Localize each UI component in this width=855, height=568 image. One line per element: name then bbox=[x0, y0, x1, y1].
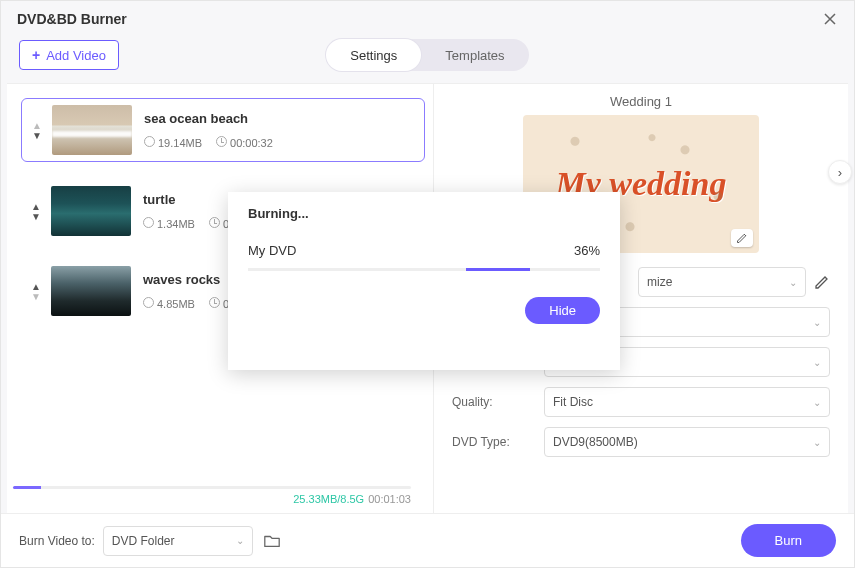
edit-template-button[interactable] bbox=[731, 229, 753, 247]
tab-templates[interactable]: Templates bbox=[421, 39, 528, 71]
chevron-down-icon: ⌄ bbox=[813, 437, 821, 448]
move-up-icon[interactable]: ▲ bbox=[27, 201, 45, 211]
video-size: 19.14MB bbox=[158, 137, 202, 149]
move-up-icon[interactable]: ▲ bbox=[27, 281, 45, 291]
clock-icon bbox=[209, 217, 220, 228]
edit-icon[interactable] bbox=[814, 274, 830, 290]
move-down-icon[interactable]: ▼ bbox=[27, 291, 45, 301]
video-name: sea ocean beach bbox=[144, 111, 273, 126]
select-value: mize bbox=[647, 275, 672, 289]
video-thumbnail bbox=[51, 266, 131, 316]
move-up-icon[interactable]: ▲ bbox=[28, 120, 46, 130]
clock-icon bbox=[216, 136, 227, 147]
pencil-icon bbox=[736, 232, 748, 244]
move-down-icon[interactable]: ▼ bbox=[27, 211, 45, 221]
add-video-label: Add Video bbox=[46, 48, 106, 63]
add-video-button[interactable]: + Add Video bbox=[19, 40, 119, 70]
chevron-down-icon: ⌄ bbox=[813, 357, 821, 368]
tab-switch: Settings Templates bbox=[326, 39, 528, 71]
plus-icon: + bbox=[32, 47, 40, 63]
video-name: waves rocks bbox=[143, 272, 229, 287]
video-duration: 00:00:32 bbox=[230, 137, 273, 149]
total-duration: 00:01:03 bbox=[368, 493, 411, 505]
folder-icon[interactable] bbox=[263, 532, 281, 550]
template-title: Wedding 1 bbox=[452, 94, 830, 109]
hide-button[interactable]: Hide bbox=[525, 297, 600, 324]
progress-fill bbox=[466, 268, 529, 271]
video-name: turtle bbox=[143, 192, 229, 207]
burning-modal: Burning... My DVD 36% Hide bbox=[228, 192, 620, 370]
size-icon bbox=[143, 297, 154, 308]
quality-select[interactable]: Fit Disc ⌄ bbox=[544, 387, 830, 417]
destination-select[interactable]: DVD Folder ⌄ bbox=[103, 526, 253, 556]
modal-heading: Burning... bbox=[248, 206, 600, 221]
chevron-down-icon: ⌄ bbox=[236, 535, 244, 546]
video-thumbnail bbox=[51, 186, 131, 236]
disc-name: My DVD bbox=[248, 243, 296, 258]
size-icon bbox=[143, 217, 154, 228]
video-size: 1.34MB bbox=[157, 218, 195, 230]
select-value: DVD Folder bbox=[112, 534, 175, 548]
select-value: DVD9(8500MB) bbox=[553, 435, 638, 449]
field-label-quality: Quality: bbox=[452, 395, 544, 409]
select-dropdown[interactable]: mize ⌄ bbox=[638, 267, 806, 297]
progress-percent: 36% bbox=[574, 243, 600, 258]
select-value: Fit Disc bbox=[553, 395, 593, 409]
next-template-button[interactable]: › bbox=[828, 160, 852, 184]
move-down-icon[interactable]: ▼ bbox=[28, 130, 46, 140]
close-icon[interactable] bbox=[822, 11, 838, 27]
video-item[interactable]: ▲ ▼ sea ocean beach 19.14MB 00:00:32 bbox=[21, 98, 425, 162]
size-icon bbox=[144, 136, 155, 147]
chevron-down-icon: ⌄ bbox=[813, 317, 821, 328]
tab-settings[interactable]: Settings bbox=[326, 39, 421, 71]
video-thumbnail bbox=[52, 105, 132, 155]
progress-bar bbox=[248, 268, 600, 271]
burn-to-label: Burn Video to: bbox=[19, 534, 95, 548]
capacity-text: 25.33MB/8.5G bbox=[293, 493, 364, 505]
field-label-dvdtype: DVD Type: bbox=[452, 435, 544, 449]
clock-icon bbox=[209, 297, 220, 308]
chevron-down-icon: ⌄ bbox=[789, 277, 797, 288]
window-title: DVD&BD Burner bbox=[17, 11, 127, 27]
dvdtype-select[interactable]: DVD9(8500MB) ⌄ bbox=[544, 427, 830, 457]
capacity-bar bbox=[13, 486, 411, 489]
burn-button[interactable]: Burn bbox=[741, 524, 836, 557]
chevron-down-icon: ⌄ bbox=[813, 397, 821, 408]
video-size: 4.85MB bbox=[157, 298, 195, 310]
